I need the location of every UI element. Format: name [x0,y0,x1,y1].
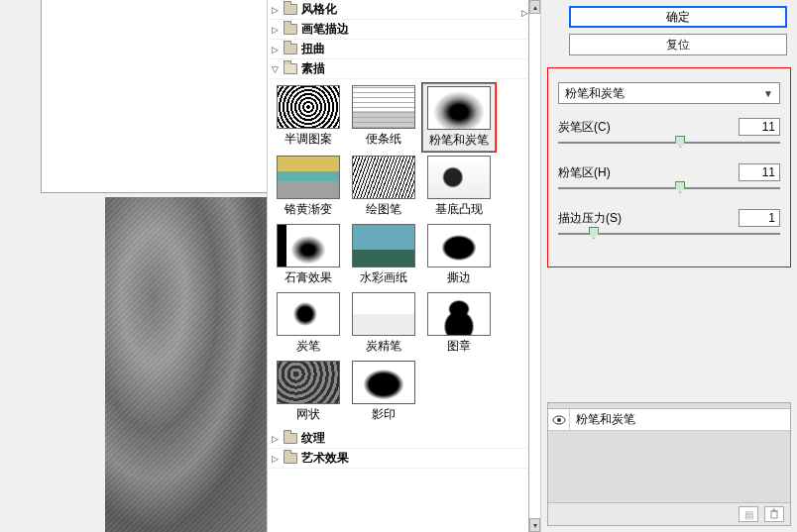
thumb-6[interactable]: 石膏效果 [272,222,345,288]
thumb-1[interactable]: 便条纸 [347,83,420,152]
thumb-4[interactable]: 绘图笔 [347,154,420,220]
expand-icon: ▷ [272,45,284,54]
delete-effect-button[interactable] [764,506,784,522]
settings-column: ▷ 确定 复位 粉笔和炭笔 ▼ 炭笔区(C) 粉笔区 [541,0,797,532]
category-distort[interactable]: ▷ 扭曲 [268,40,528,59]
scroll-up-button[interactable]: ▴ [529,0,540,14]
thumb-image [352,156,415,199]
category-texture[interactable]: ▷ 纹理 [268,429,528,449]
category-stylize[interactable]: ▷ 风格化 [268,0,528,20]
toggle-icon[interactable]: ▷ [521,8,528,18]
trash-icon [768,508,780,520]
slider-stroke[interactable] [558,227,780,241]
effect-layers-empty [548,431,790,503]
preview-column [0,0,268,532]
category-label: 扭曲 [301,41,325,57]
thumb-7[interactable]: 水彩画纸 [347,222,420,288]
folder-open-icon [284,63,297,74]
chevron-down-icon: ▼ [763,88,773,99]
thumb-2[interactable]: 粉笔和炭笔 [422,83,496,152]
param-label-chalk: 粉笔区(H) [558,164,611,181]
thumb-image [427,292,491,336]
category-label: 纹理 [301,430,325,447]
thumb-label: 图章 [447,338,471,355]
thumb-label: 铬黄渐变 [285,201,332,218]
category-label: 画笔描边 [301,21,349,38]
thumb-label: 水彩画纸 [360,269,407,286]
effect-layers-panel: 粉笔和炭笔 ▤ [547,402,791,526]
thumb-label: 便条纸 [366,131,401,148]
thumb-3[interactable]: 铬黄渐变 [272,154,345,220]
thumb-8[interactable]: 撕边 [422,222,496,288]
expand-icon: ▷ [272,434,284,444]
thumb-label: 影印 [372,406,396,423]
thumb-0[interactable]: 半调图案 [272,83,345,152]
thumb-image [277,361,340,404]
thumb-image [427,86,491,130]
visibility-toggle[interactable] [548,409,570,431]
folder-icon [284,433,297,444]
param-value-charcoal[interactable] [739,118,780,136]
thumb-9[interactable]: 炭笔 [272,290,345,357]
thumb-image [352,224,415,267]
param-value-chalk[interactable] [739,163,780,181]
thumb-label: 撕边 [447,269,471,286]
ok-button[interactable]: 确定 [569,6,787,28]
new-effect-button[interactable]: ▤ [739,506,758,522]
thumb-label: 炭精笔 [366,338,401,355]
param-label-stroke: 描边压力(S) [558,210,622,227]
category-artistic[interactable]: ▷ 艺术效果 [268,449,528,469]
category-label: 艺术效果 [301,450,349,467]
slider-handle-icon[interactable] [675,181,685,193]
param-value-stroke[interactable] [739,209,780,227]
thumb-label: 石膏效果 [285,269,332,286]
expand-icon: ▷ [272,25,284,35]
thumb-image [427,156,491,199]
filter-dropdown[interactable]: 粉笔和炭笔 ▼ [558,82,780,104]
folder-icon [284,453,297,464]
preview-frame [41,197,267,532]
category-scrollbar[interactable]: ▴ ▾ [528,0,540,532]
thumb-label: 基底凸现 [435,201,483,218]
thumb-image [427,224,491,267]
thumb-label: 炭笔 [296,338,320,355]
collapse-icon: ▽ [272,64,284,74]
thumb-image [277,85,340,129]
reset-button[interactable]: 复位 [569,34,787,55]
scroll-down-button[interactable]: ▾ [529,518,540,532]
thumb-11[interactable]: 图章 [422,290,496,357]
thumb-13[interactable]: 影印 [347,359,420,425]
expand-icon: ▷ [272,5,284,15]
thumb-5[interactable]: 基底凸现 [422,154,496,220]
param-label-charcoal: 炭笔区(C) [558,119,611,136]
slider-chalk[interactable] [558,181,780,195]
thumb-image [352,85,415,129]
slider-handle-icon[interactable] [675,136,685,148]
thumb-label: 网状 [296,406,320,423]
category-label: 风格化 [301,1,337,18]
filter-params-panel: 粉笔和炭笔 ▼ 炭笔区(C) 粉笔区(H) [547,67,791,267]
thumb-image [352,292,415,336]
category-sketch[interactable]: ▽ 素描 [268,59,528,79]
folder-icon [284,4,297,15]
thumb-label: 绘图笔 [366,201,401,218]
category-label: 素描 [301,60,325,77]
effect-layer-label: 粉笔和炭笔 [570,411,635,428]
effect-layer[interactable]: 粉笔和炭笔 [548,409,790,431]
svg-point-1 [557,418,561,422]
eye-icon [552,415,566,425]
thumb-image [352,361,415,404]
thumb-image [277,224,340,267]
slider-charcoal[interactable] [558,136,780,150]
thumb-10[interactable]: 炭精笔 [347,290,420,357]
thumb-label: 粉笔和炭笔 [429,132,489,149]
category-brush-strokes[interactable]: ▷ 画笔描边 [268,20,528,40]
thumb-12[interactable]: 网状 [272,359,345,425]
slider-handle-icon[interactable] [589,227,599,239]
filter-dropdown-label: 粉笔和炭笔 [565,85,625,102]
preview-image [105,197,267,532]
thumb-image [277,292,340,336]
thumb-label: 半调图案 [285,131,332,148]
thumb-image [277,156,340,199]
expand-icon: ▷ [272,454,284,464]
